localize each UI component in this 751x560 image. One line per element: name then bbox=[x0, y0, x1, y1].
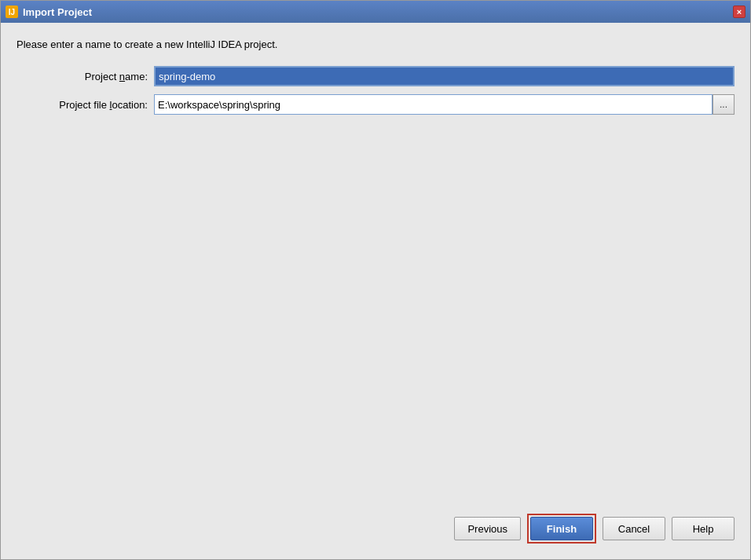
project-file-location-input[interactable] bbox=[154, 94, 713, 115]
previous-button[interactable]: Previous bbox=[454, 517, 521, 540]
intellij-icon: IJ bbox=[5, 5, 18, 18]
finish-button-wrapper: Finish bbox=[527, 514, 596, 544]
dialog-content: Please enter a name to create a new Inte… bbox=[1, 23, 750, 506]
close-button[interactable]: × bbox=[733, 5, 746, 18]
title-bar-left: IJ Import Project bbox=[5, 5, 92, 18]
button-bar: Previous Finish Cancel Help bbox=[1, 506, 750, 559]
help-button[interactable]: Help bbox=[672, 517, 735, 540]
project-name-input[interactable] bbox=[154, 66, 735, 86]
project-name-label: Project name: bbox=[16, 71, 154, 82]
description-text: Please enter a name to create a new Inte… bbox=[16, 38, 735, 50]
project-name-row: Project name: bbox=[16, 66, 735, 86]
dialog-window: IJ Import Project × Please enter a name … bbox=[0, 0, 751, 560]
finish-button[interactable]: Finish bbox=[530, 517, 593, 540]
cancel-button[interactable]: Cancel bbox=[603, 517, 665, 540]
browse-button[interactable]: ... bbox=[713, 94, 735, 115]
dialog-title: Import Project bbox=[23, 6, 92, 18]
project-file-location-row: Project file location: ... bbox=[16, 94, 735, 115]
title-bar: IJ Import Project × bbox=[1, 1, 750, 23]
project-file-location-field-group: ... bbox=[154, 94, 735, 115]
project-file-location-label: Project file location: bbox=[16, 99, 154, 111]
content-spacer bbox=[16, 123, 735, 498]
